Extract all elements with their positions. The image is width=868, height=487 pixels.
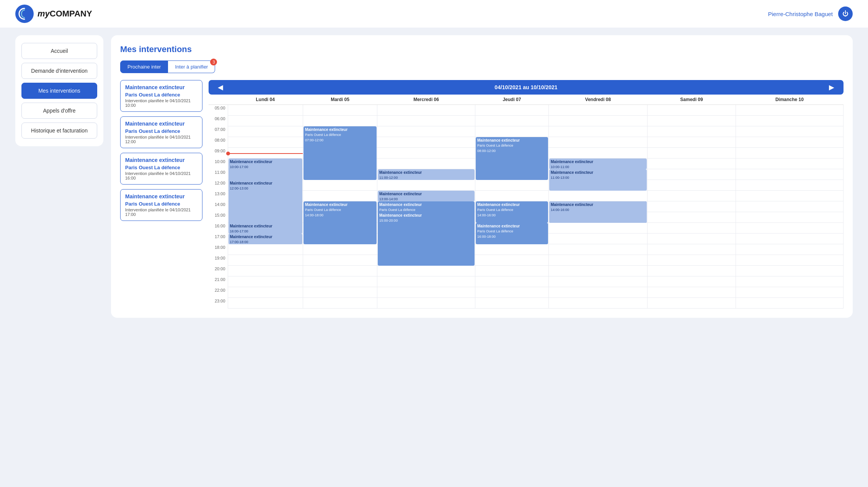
time-label-8: 13:00 [209,191,228,201]
cal-cell-d4-h15 [548,266,647,276]
cal-cell-d4-h0 [548,105,647,116]
cal-cell-d4-h1 [548,116,647,126]
cal-cell-d2-h5 [377,159,475,169]
time-label-16: 21:00 [209,276,228,287]
cal-event-3[interactable]: Maintenance extincteur12:00-13:00 [228,180,302,191]
cal-event-6[interactable]: Maintenance extincteur11:00-12:00 [378,169,475,180]
cal-prev-button[interactable]: ◀ [215,83,226,92]
card-location-0: Paris Ouest La défence [125,92,197,98]
cal-cell-d6-h17 [736,287,843,298]
th-mercredi: Mercredi 06 [377,95,475,105]
cal-cell-d0-h15 [228,266,303,276]
content-area: Maintenance extincteur Paris Ouest La dé… [120,80,844,309]
cal-event-0[interactable]: Maintenance extincteurParis Ouest La déf… [303,126,377,180]
calendar-table: Lundi 04 Mardi 05 Mercredi 06 Jeudi 07 V… [209,95,844,309]
cal-event-4[interactable]: Maintenance extincteur16:00-17:00 [228,223,302,234]
cal-cell-d5-h18 [648,298,736,309]
cal-cell-d6-h11 [736,223,843,234]
cal-cell-d4-h18 [548,298,647,309]
intervention-card-2[interactable]: Maintenance extincteur Paris Ouest La dé… [120,153,202,185]
tab-planifier[interactable]: Inter à planifier 3 [168,60,215,73]
sidebar-item-accueil[interactable]: Accueil [21,43,97,59]
sidebar-item-historique[interactable]: Historique et facturation [21,123,97,139]
th-jeudi: Jeudi 07 [475,95,548,105]
intervention-card-1[interactable]: Maintenance extincteur Paris Ouest La dé… [120,116,202,148]
cal-event-1[interactable]: Maintenance extincteurParis Ouest La déf… [303,201,377,244]
cal-event-14[interactable]: Maintenance extincteur11:00-13:00 [549,169,647,191]
cal-cell-d1-h18 [303,298,377,309]
intervention-card-0[interactable]: Maintenance extincteur Paris Ouest La dé… [120,80,202,112]
cal-cell-d2-h9: Maintenance extincteurParis Ouest La déf… [377,201,475,212]
logo-area: myCOMPANY [15,5,92,23]
cal-next-button[interactable]: ▶ [826,83,837,92]
th-vendredi: Vendredi 08 [548,95,647,105]
cal-event-7[interactable]: Maintenance extincteur13:00-14:00 [378,191,475,201]
cal-cell-d4-h8 [548,191,647,201]
power-button[interactable]: ⏻ [838,7,853,21]
svg-point-0 [15,5,34,23]
cal-cell-d1-h9: Maintenance extincteurParis Ouest La déf… [303,201,377,212]
intervention-list: Maintenance extincteur Paris Ouest La dé… [120,80,202,309]
sidebar-item-appels[interactable]: Appels d'offre [21,103,97,119]
right-panel: Mes interventions Prochaine inter Inter … [111,35,853,318]
sidebar: Accueil Demande d'intervention Mes inter… [15,35,103,146]
sidebar-item-demande[interactable]: Demande d'intervention [21,63,97,79]
cal-cell-d2-h17 [377,287,475,298]
cal-cell-d5-h12 [648,234,736,244]
cal-cell-d1-h17 [303,287,377,298]
cal-cell-d0-h12: Maintenance extincteur17:00-18:00 [228,234,303,244]
cal-cell-d5-h2 [648,126,736,137]
intervention-card-3[interactable]: Maintenance extincteur Paris Ouest La dé… [120,189,202,221]
cal-cell-d6-h8 [736,191,843,201]
cal-cell-d5-h7 [648,180,736,191]
cal-cell-d6-h9 [736,201,843,212]
cal-cell-d6-h4 [736,148,843,159]
cal-cell-d5-h11 [648,223,736,234]
cal-event-2[interactable]: Maintenance extincteur10:00-17:00 [228,159,302,234]
card-date-1: Intervention planifiée le 04/10/2021 12:… [125,135,197,144]
cal-cell-d1-h1 [303,116,377,126]
cal-cell-d2-h1 [377,116,475,126]
cal-cell-d2-h18 [377,298,475,309]
cal-event-16[interactable]: Maintenance extincteur14:00-16:00 [549,201,647,223]
cal-event-9[interactable]: Maintenance extincteur15:00-20:00 [378,212,475,266]
calendar-scroll[interactable]: Lundi 04 Mardi 05 Mercredi 06 Jeudi 07 V… [209,95,844,309]
cal-cell-d3-h9: Maintenance extincteurParis Ouest La déf… [475,201,548,212]
cal-cell-d4-h17 [548,287,647,298]
cal-cell-d2-h15 [377,266,475,276]
cal-event-10[interactable]: Maintenance extincteurParis Ouest La déf… [476,137,548,180]
card-title-0: Maintenance extincteur [125,84,197,90]
cal-cell-d5-h10 [648,212,736,223]
tab-prochaine[interactable]: Prochaine inter [120,60,168,73]
cal-cell-d6-h2 [736,126,843,137]
cal-event-5[interactable]: Maintenance extincteur17:00-18:00 [228,234,302,244]
sidebar-item-mes-interventions[interactable]: Mes interventions [21,83,97,99]
logo-icon [15,5,34,23]
th-samedi: Samedi 09 [648,95,736,105]
time-label-1: 06:00 [209,116,228,126]
cal-cell-d6-h15 [736,266,843,276]
time-label-12: 17:00 [209,234,228,244]
cal-cell-d3-h14 [475,255,548,266]
cal-cell-d2-h6: Maintenance extincteur11:00-12:00 [377,169,475,180]
cal-event-12[interactable]: Maintenance extincteurParis Ouest La déf… [476,223,548,244]
cal-cell-d3-h3: Maintenance extincteurParis Ouest La déf… [475,137,548,148]
card-location-1: Paris Ouest La défence [125,128,197,134]
time-label-11: 16:00 [209,223,228,234]
main-content: Accueil Demande d'intervention Mes inter… [0,28,868,325]
cal-cell-d1-h15 [303,266,377,276]
cal-cell-d6-h7 [736,180,843,191]
time-label-14: 19:00 [209,255,228,266]
cal-cell-d5-h16 [648,276,736,287]
cal-cell-d5-h13 [648,244,736,255]
cal-cell-d3-h1 [475,116,548,126]
cal-cell-d2-h3 [377,137,475,148]
cal-cell-d5-h9 [648,201,736,212]
cal-event-11[interactable]: Maintenance extincteurParis Ouest La déf… [476,201,548,223]
cal-cell-d6-h3 [736,137,843,148]
card-title-1: Maintenance extincteur [125,121,197,127]
cal-cell-d0-h7: Maintenance extincteur12:00-13:00 [228,180,303,191]
cal-cell-d6-h6 [736,169,843,180]
cal-cell-d2-h2 [377,126,475,137]
cal-event-13[interactable]: Maintenance extincteur10:00-11:00 [549,159,647,169]
